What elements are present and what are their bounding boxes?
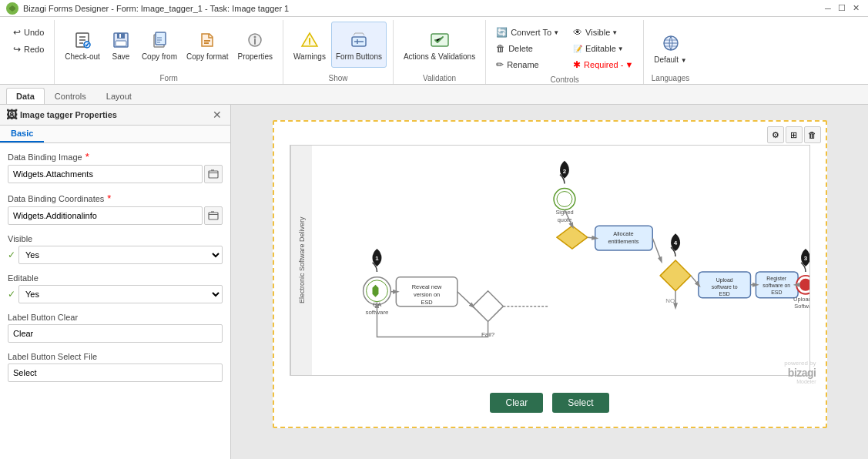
ribbon-group-form: Check-out Save (55, 20, 283, 84)
close-button[interactable]: ✕ (850, 2, 862, 15)
rename-button[interactable]: ✏ Rename (492, 57, 563, 72)
labelbuttonselectfile-input[interactable] (8, 364, 223, 382)
editable-select[interactable]: Yes No (18, 285, 223, 303)
ribbon-group-languages: Default ▼ Languages (644, 20, 696, 84)
canvas-settings-button[interactable]: ⚙ (767, 126, 784, 143)
required-star-image: * (85, 151, 89, 162)
minimize-button[interactable]: ─ (822, 2, 834, 15)
undo-icon: ↩ (13, 27, 21, 38)
panel-titlebar: 🖼 Image tagger Properties ✕ (0, 105, 230, 126)
svg-rect-21 (209, 214, 218, 215)
databindingimage-browse-button[interactable] (204, 165, 223, 183)
visible-select[interactable]: Yes No (18, 246, 223, 264)
tab-data[interactable]: Data (6, 88, 45, 104)
rename-icon: ✏ (496, 59, 504, 70)
ribbon-group-controls: 🔄 Convert To ▼ 🗑 Delete ✏ Rename 👁 Visib… (486, 20, 644, 84)
delete-button[interactable]: 🗑 Delete (492, 41, 563, 56)
svg-text:3: 3 (803, 255, 807, 262)
svg-rect-11 (204, 42, 209, 44)
ribbon-group-label-show: Show (290, 71, 387, 84)
tab-layout[interactable]: Layout (96, 88, 142, 104)
properties-button[interactable]: Properties (233, 22, 276, 68)
labelbuttonclear-input[interactable] (8, 324, 223, 343)
svg-text:2: 2 (562, 168, 566, 175)
formbuttons-icon (348, 29, 370, 51)
svg-point-14 (309, 43, 310, 45)
ribbon-group-label-languages: Languages (650, 71, 690, 84)
panel-title-icon: 🖼 (6, 109, 17, 121)
ribbon-group-validation: Actions & Validations Validation (394, 20, 486, 84)
required-arrow: ▼ (625, 60, 633, 69)
properties-icon (244, 29, 266, 51)
canvas-delete-button[interactable]: 🗑 (804, 126, 821, 143)
tab-controls[interactable]: Controls (45, 88, 96, 104)
bpmn-container: Electronic Software Delivery 1 GA (290, 145, 810, 376)
checkout-button[interactable]: Check-out (61, 22, 104, 68)
svg-point-13 (254, 35, 256, 38)
canvas-buttons: Clear Select (274, 384, 826, 422)
svg-text:entitlements: entitlements (608, 238, 638, 245)
ribbon-group-label-undoredo (9, 79, 48, 84)
svg-text:NO: NO (665, 297, 675, 304)
canvas-toolbar: ⚙ ⊞ 🗑 (767, 126, 821, 143)
visible-arrow: ▼ (612, 29, 618, 36)
field-group-databindingcoords: Data Binding Coordinates * (8, 193, 223, 225)
convertto-button[interactable]: 🔄 Convert To ▼ (492, 25, 563, 40)
browse-icon (208, 169, 219, 179)
save-button[interactable]: Save (106, 22, 136, 68)
select-button[interactable]: Select (552, 393, 608, 413)
databindingcoords-input[interactable] (8, 206, 203, 225)
ribbon-group-show: Warnings Form Buttons Show (283, 20, 394, 84)
canvas-grid-button[interactable]: ⊞ (786, 126, 803, 143)
ribbon-group-label-validation: Validation (400, 71, 479, 84)
field-group-visible: Visible ✓ Yes No (8, 234, 223, 264)
left-panel: 🖼 Image tagger Properties ✕ Basic Data B… (0, 105, 231, 459)
copyformat-button[interactable]: Copy format (183, 22, 232, 68)
field-group-databindingimage: Data Binding Image * (8, 151, 223, 183)
databindingcoords-browse-button[interactable] (204, 206, 223, 225)
panel-subtab-basic[interactable]: Basic (0, 126, 44, 142)
svg-text:4: 4 (673, 240, 677, 246)
bpmn-side-label: Electronic Software Delivery (290, 146, 312, 375)
svg-text:software to: software to (711, 284, 737, 290)
delete-icon: 🗑 (496, 43, 505, 54)
svg-text:version on: version on (413, 291, 439, 298)
canvas-area: ⚙ ⊞ 🗑 Electronic Software Delivery (231, 105, 868, 459)
ribbon-group-label-form: Form (61, 71, 276, 84)
svg-rect-19 (209, 173, 218, 173)
field-label-databindingcoords: Data Binding Coordinates * (8, 193, 223, 204)
clear-button[interactable]: Clear (490, 393, 543, 413)
svg-text:Allocate: Allocate (613, 230, 633, 237)
editable-button[interactable]: 📝 Editable ▼ (569, 41, 637, 56)
svg-rect-10 (204, 40, 210, 42)
copyformat-icon (196, 29, 218, 51)
bpmn-content: 1 GA software Reveal new version on ESD … (312, 146, 809, 375)
warnings-button[interactable]: Warnings (290, 22, 330, 68)
field-group-labelbuttonselectfile: Label Button Select File (8, 352, 223, 382)
checkout-icon (72, 29, 93, 51)
copyfrom-button[interactable]: Copy from (138, 22, 181, 68)
field-group-editable: Editable ✓ Yes No (8, 273, 223, 303)
svg-text:software on: software on (762, 283, 790, 288)
field-label-databindingimage: Data Binding Image * (8, 151, 223, 162)
svg-text:ESD: ESD (421, 299, 433, 306)
svg-rect-20 (209, 213, 218, 219)
field-group-labelbuttonclear: Label Button Clear (8, 313, 223, 343)
redo-button[interactable]: ↪ Redo (9, 42, 48, 57)
svg-text:Register: Register (766, 276, 787, 282)
svg-rect-18 (209, 171, 218, 178)
undo-button[interactable]: ↩ Undo (9, 25, 48, 40)
formbuttons-button[interactable]: Form Buttons (331, 22, 387, 68)
editable-icon: 📝 (573, 45, 582, 53)
databindingimage-input[interactable] (8, 165, 203, 183)
actionsvalidations-button[interactable]: Actions & Validations (400, 22, 479, 68)
panel-close-button[interactable]: ✕ (210, 108, 224, 122)
copyfrom-icon (149, 29, 170, 51)
default-button[interactable]: Default ▼ (650, 25, 690, 71)
visible-button[interactable]: 👁 Visible ▼ (569, 25, 637, 40)
maximize-button[interactable]: ☐ (836, 2, 848, 15)
actionsvalidations-icon (429, 29, 451, 51)
save-icon (110, 29, 132, 51)
required-button[interactable]: ✱ Required - ▼ (569, 57, 637, 72)
titlebar-text: Bizagi Forms Designer - Form: Image_tagg… (23, 4, 289, 13)
